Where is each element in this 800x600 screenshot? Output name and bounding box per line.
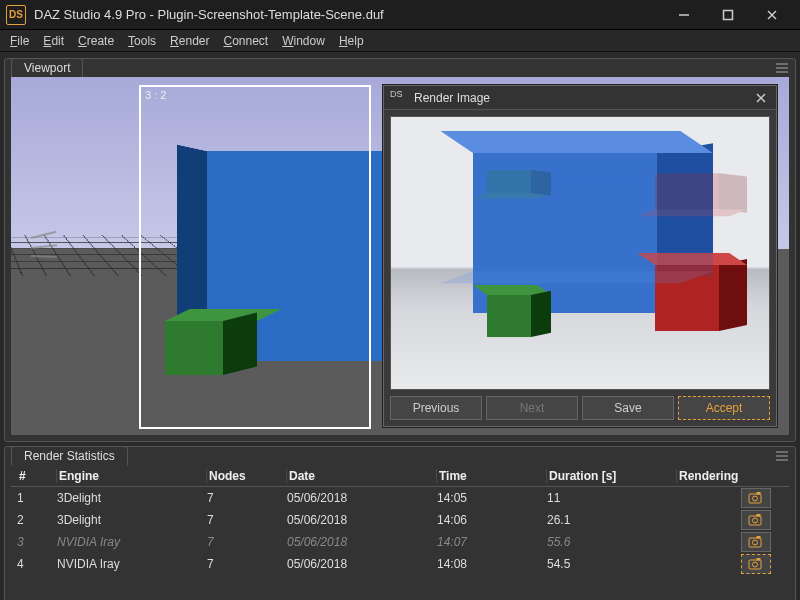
col-number[interactable]: # — [17, 469, 57, 483]
col-date[interactable]: Date — [287, 469, 437, 483]
svg-point-19 — [753, 540, 758, 545]
cell-time: 14:06 — [437, 513, 547, 527]
cell-duration: 26.1 — [547, 513, 677, 527]
cell-duration: 54.5 — [547, 557, 677, 571]
cell-number: 2 — [17, 513, 57, 527]
viewport-panel: Viewport 3 : 2 DS Render Image — [4, 58, 796, 442]
show-render-button[interactable] — [741, 510, 771, 530]
menubar: File Edit Create Tools Render Connect Wi… — [0, 30, 800, 52]
svg-rect-18 — [749, 538, 761, 547]
cell-engine: NVIDIA Iray — [57, 557, 207, 571]
cell-nodes: 7 — [207, 535, 287, 549]
minimize-button[interactable] — [662, 0, 706, 30]
app-logo-icon: DS — [390, 89, 408, 107]
accept-button[interactable]: Accept — [678, 396, 770, 420]
app-logo-icon: DS — [6, 5, 26, 25]
menu-file[interactable]: File — [4, 32, 35, 50]
menu-connect[interactable]: Connect — [217, 32, 274, 50]
axis-gizmo-icon — [31, 237, 71, 261]
svg-rect-15 — [749, 516, 761, 525]
svg-point-22 — [753, 562, 758, 567]
cell-nodes: 7 — [207, 557, 287, 571]
cell-engine: 3Delight — [57, 491, 207, 505]
show-render-button[interactable] — [741, 488, 771, 508]
table-row[interactable]: 3NVIDIA Iray705/06/201814:0755.6 — [11, 531, 789, 553]
cell-engine: NVIDIA Iray — [57, 535, 207, 549]
close-button[interactable] — [750, 0, 794, 30]
table-row[interactable]: 13Delight705/06/201814:0511 — [11, 487, 789, 509]
viewport-3d[interactable]: 3 : 2 DS Render Image — [11, 77, 789, 435]
cell-time: 14:08 — [437, 557, 547, 571]
col-engine[interactable]: Engine — [57, 469, 207, 483]
menu-render[interactable]: Render — [164, 32, 215, 50]
previous-button[interactable]: Previous — [390, 396, 482, 420]
cell-duration: 55.6 — [547, 535, 677, 549]
menu-window[interactable]: Window — [276, 32, 331, 50]
panel-menu-icon[interactable] — [775, 449, 789, 466]
svg-point-13 — [753, 496, 758, 501]
render-cube-green — [487, 295, 531, 337]
cell-date: 05/06/2018 — [287, 535, 437, 549]
show-render-button[interactable] — [741, 554, 771, 574]
window-title: DAZ Studio 4.9 Pro - Plugin-Screenshot-T… — [34, 7, 662, 22]
table-row[interactable]: 23Delight705/06/201814:0626.1 — [11, 509, 789, 531]
viewport-tab[interactable]: Viewport — [11, 58, 83, 78]
menu-edit[interactable]: Edit — [37, 32, 70, 50]
cell-number: 4 — [17, 557, 57, 571]
cell-time: 14:07 — [437, 535, 547, 549]
svg-rect-17 — [757, 514, 760, 516]
render-window-buttons: Previous Next Save Accept — [390, 396, 770, 420]
maximize-button[interactable] — [706, 0, 750, 30]
stats-table: # Engine Nodes Date Time Duration [s] Re… — [11, 465, 789, 597]
cell-date: 05/06/2018 — [287, 513, 437, 527]
titlebar: DS DAZ Studio 4.9 Pro - Plugin-Screensho… — [0, 0, 800, 30]
cell-date: 05/06/2018 — [287, 557, 437, 571]
menu-help[interactable]: Help — [333, 32, 370, 50]
cell-engine: 3Delight — [57, 513, 207, 527]
col-rendering[interactable]: Rendering — [677, 469, 777, 483]
render-statistics-tab[interactable]: Render Statistics — [11, 446, 128, 466]
render-window-title: Render Image — [414, 91, 752, 105]
svg-point-16 — [753, 518, 758, 523]
camera-icon — [748, 514, 764, 526]
show-render-button[interactable] — [741, 532, 771, 552]
table-row[interactable]: 4NVIDIA Iray705/06/201814:0854.5 — [11, 553, 789, 575]
svg-rect-21 — [749, 560, 761, 569]
cell-number: 3 — [17, 535, 57, 549]
render-window-close-icon[interactable] — [752, 89, 770, 107]
cell-date: 05/06/2018 — [287, 491, 437, 505]
render-crop-frame[interactable]: 3 : 2 — [139, 85, 371, 429]
svg-rect-20 — [757, 536, 760, 538]
col-time[interactable]: Time — [437, 469, 547, 483]
svg-rect-12 — [749, 494, 761, 503]
save-button[interactable]: Save — [582, 396, 674, 420]
camera-icon — [748, 558, 764, 570]
aspect-ratio-label: 3 : 2 — [145, 89, 166, 101]
cell-nodes: 7 — [207, 513, 287, 527]
next-button[interactable]: Next — [486, 396, 578, 420]
render-preview — [390, 116, 770, 390]
camera-icon — [748, 536, 764, 548]
camera-icon — [748, 492, 764, 504]
stats-header: # Engine Nodes Date Time Duration [s] Re… — [11, 465, 789, 487]
cell-number: 1 — [17, 491, 57, 505]
render-window-titlebar[interactable]: DS Render Image — [384, 86, 776, 110]
cell-duration: 11 — [547, 491, 677, 505]
render-statistics-panel: Render Statistics # Engine Nodes Date Ti… — [4, 446, 796, 600]
cell-nodes: 7 — [207, 491, 287, 505]
col-nodes[interactable]: Nodes — [207, 469, 287, 483]
svg-rect-23 — [757, 558, 760, 560]
svg-rect-1 — [724, 10, 733, 19]
svg-rect-14 — [757, 492, 760, 494]
menu-tools[interactable]: Tools — [122, 32, 162, 50]
render-image-window[interactable]: DS Render Image Previous Next — [383, 85, 777, 427]
cell-time: 14:05 — [437, 491, 547, 505]
panel-menu-icon[interactable] — [775, 61, 789, 78]
menu-create[interactable]: Create — [72, 32, 120, 50]
col-duration[interactable]: Duration [s] — [547, 469, 677, 483]
